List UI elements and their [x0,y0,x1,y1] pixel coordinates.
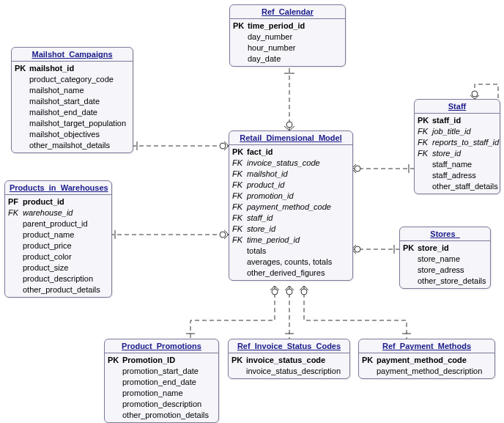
attribute-name: store_adress [418,265,464,276]
svg-point-21 [286,289,292,295]
attribute-row: day_date [230,54,345,65]
key-indicator [403,276,418,287]
attribute-name: mailshot_start_date [29,96,100,107]
attribute-row: other_mailshot_details [12,140,133,151]
attribute-name: store_id [432,148,461,159]
key-indicator [8,251,23,262]
key-indicator [15,107,29,118]
key-indicator [232,257,247,268]
attribute-row: PKmailshot_id [12,63,133,74]
entity-title: Retail_Dimensional_Model [229,131,352,145]
attribute-row: store_name [400,254,490,265]
attribute-name: promotion_name [122,388,183,399]
entity-body: PKstore_idstore_namestore_adressother_st… [400,241,490,288]
attribute-name: product_size [23,262,68,273]
attribute-row: mailshot_name [12,85,133,96]
entity-stores: Stores_ PKstore_idstore_namestore_adress… [399,227,491,289]
key-indicator [8,218,23,229]
attribute-row: averages, counts, totals [229,257,352,268]
attribute-name: mailshot_id [247,169,288,180]
attribute-name: parent_product_id [23,218,88,229]
attribute-name: time_period_id [248,21,305,32]
attribute-row: other_promotion_details [105,410,218,421]
attribute-row: FKreports_to_staff_id [415,137,500,148]
attribute-name: product_name [23,229,74,240]
entity-body: PKinvoice_status_codeinvoice_status_desc… [229,353,349,378]
entity-mailshot-campaigns: Mailshot_Campaigns PKmailshot_idproduct_… [11,47,133,153]
attribute-name: payment_method_description [377,366,482,377]
key-indicator: FK [418,137,432,148]
attribute-name: day_number [248,32,292,43]
attribute-name: promotion_description [122,399,201,410]
attribute-row: promotion_start_date [105,366,218,377]
attribute-name: mailshot_name [29,85,84,96]
key-indicator [232,246,247,257]
entity-retail-dimensional-model: Retail_Dimensional_Model PKfact_idFKinvo… [229,130,353,281]
attribute-name: staff_id [432,115,461,126]
key-indicator: FK [232,191,247,202]
attribute-row: FKpromotion_id [229,191,352,202]
key-indicator [232,268,247,279]
key-indicator [418,170,432,181]
attribute-name: promotion_id [247,191,294,202]
attribute-name: fact_id [247,147,273,158]
attribute-row: FKinvoice_status_code [229,158,352,169]
attribute-row: product_price [5,240,111,251]
attribute-row: PKinvoice_status_code [229,355,349,366]
attribute-row: PKtime_period_id [230,21,345,32]
key-indicator: FK [418,148,432,159]
attribute-name: mailshot_end_date [29,107,97,118]
attribute-name: product_id [247,180,284,191]
attribute-name: Promotion_ID [122,355,175,366]
svg-point-23 [301,289,307,295]
attribute-row: PFproduct_id [5,196,111,207]
attribute-row: PKfact_id [229,147,352,158]
key-indicator [233,32,248,43]
attribute-row: mailshot_objectives [12,129,133,140]
attribute-row: FKstaff_id [229,213,352,224]
attribute-row: mailshot_start_date [12,96,133,107]
key-indicator [108,377,122,388]
key-indicator: PK [108,355,122,366]
entity-body: PKmailshot_idproduct_category_codemailsh… [12,62,133,152]
attribute-name: other_mailshot_details [29,140,110,151]
attribute-row: staff_adress [415,170,500,181]
attribute-name: promotion_end_date [122,377,196,388]
svg-point-11 [355,166,360,172]
svg-point-8 [220,232,226,238]
key-indicator: FK [232,235,247,246]
key-indicator: FK [8,207,23,218]
entity-title: Ref_Invoice_Status_Codes [229,339,349,353]
attribute-row: hour_number [230,43,345,54]
attribute-row: mailshot_end_date [12,107,133,118]
attribute-name: totals [247,246,266,257]
attribute-name: product_price [23,240,72,251]
attribute-name: other_staff_details [432,181,498,192]
key-indicator [15,118,29,129]
attribute-row: other_product_details [5,284,111,295]
entity-body: PKtime_period_idday_numberhour_numberday… [230,19,345,66]
svg-point-2 [286,122,292,128]
svg-point-18 [272,289,278,295]
attribute-row: other_derived_figures [229,268,352,279]
attribute-name: day_date [248,54,281,65]
key-indicator: FK [418,126,432,137]
attribute-row: product_description [5,273,111,284]
key-indicator: PK [403,243,418,254]
key-indicator [8,229,23,240]
key-indicator [108,366,122,377]
attribute-row: product_category_code [12,74,133,85]
attribute-name: job_title_id [432,126,471,137]
attribute-name: other_product_details [23,284,100,295]
attribute-row: FKstore_id [415,148,500,159]
entity-ref-invoice-status-codes: Ref_Invoice_Status_Codes PKinvoice_statu… [228,339,350,379]
attribute-name: other_store_details [418,276,486,287]
key-indicator [108,410,122,421]
entity-body: PFproduct_idFKwarehouse_idparent_product… [5,195,111,297]
attribute-row: FKjob_title_id [415,126,500,137]
entity-products-in-warehouses: Products_in_Warehouses PFproduct_idFKwar… [4,180,112,298]
attribute-name: store_id [418,243,449,254]
key-indicator [15,74,29,85]
entity-title: Staff [415,100,500,114]
attribute-name: store_name [418,254,460,265]
